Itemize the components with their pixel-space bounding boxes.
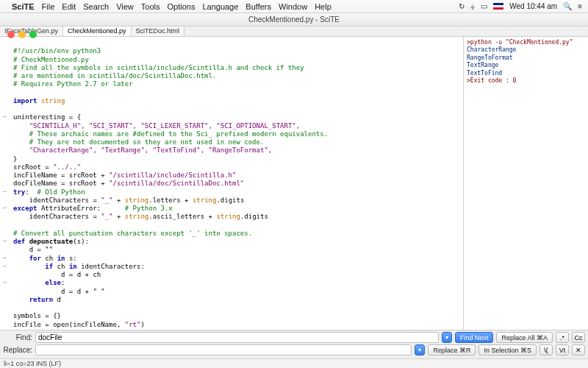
menu-edit[interactable]: Edit <box>62 2 76 11</box>
spotlight-icon[interactable]: 🔍 <box>563 2 572 10</box>
find-label: Find: <box>3 333 32 342</box>
fold-marker[interactable]: – <box>3 188 7 196</box>
menu-extra-icon[interactable]: ≡ <box>578 2 582 10</box>
fold-marker[interactable]: – <box>3 263 7 270</box>
replace-button[interactable]: Replace ⌘R <box>428 344 476 355</box>
escape-toggle[interactable]: \( <box>539 344 553 355</box>
code-editor[interactable]: #!/usr/bin/env python3 # CheckMentioned.… <box>0 37 463 330</box>
menu-options[interactable]: Options <box>167 2 195 11</box>
zoom-window-button[interactable] <box>29 31 37 38</box>
replace-all-button[interactable]: Replace All ⌘A <box>496 332 553 343</box>
replace-label: Replace: <box>3 346 32 354</box>
find-input[interactable] <box>35 332 439 343</box>
sync-icon[interactable]: ↻ <box>459 2 465 10</box>
fold-marker[interactable]: – <box>3 279 7 286</box>
tab-checkmentioned[interactable]: CheckMentioned.py <box>63 26 132 36</box>
menu-buffers[interactable]: Buffers <box>245 2 271 11</box>
menu-tools[interactable]: Tools <box>141 2 160 11</box>
flag-icon[interactable] <box>493 3 503 10</box>
output-line: TextRange <box>467 62 585 69</box>
menu-search[interactable]: Search <box>83 2 109 11</box>
app-name[interactable]: SciTE <box>12 2 35 11</box>
close-window-button[interactable] <box>7 31 15 38</box>
fold-marker[interactable]: – <box>3 329 7 330</box>
main-area: #!/usr/bin/env python3 # CheckMentioned.… <box>0 37 588 330</box>
find-next-button[interactable]: Find Next <box>455 332 494 343</box>
minimize-window-button[interactable] <box>18 31 26 38</box>
in-selection-button[interactable]: In Selection ⌘S <box>478 344 537 355</box>
battery-icon[interactable]: ▭ <box>481 2 487 10</box>
menu-help[interactable]: Help <box>315 2 331 11</box>
case-toggle[interactable]: Cc <box>572 332 585 343</box>
clock[interactable]: Wed 10:44 am <box>509 2 557 10</box>
fold-marker[interactable]: – <box>3 255 7 262</box>
window-title: CheckMentioned.py - SciTE <box>248 15 340 24</box>
replace-history-dropdown[interactable]: ▾ <box>415 344 425 355</box>
macos-menubar: SciTE File Edit Search View Tools Option… <box>0 0 588 13</box>
menu-file[interactable]: File <box>42 2 55 11</box>
window-titlebar: CheckMentioned.py - SciTE <box>0 13 588 26</box>
fold-marker[interactable]: – <box>3 205 7 212</box>
fold-marker[interactable]: – <box>3 113 7 121</box>
menu-view[interactable]: View <box>116 2 134 11</box>
status-bar: li=1 co=23 INS (LF) <box>0 358 588 368</box>
output-line: CharacterRange <box>467 46 585 54</box>
wifi-icon[interactable]: ⏚ <box>470 2 475 10</box>
output-line: TextToFind <box>467 70 585 77</box>
menu-language[interactable]: Language <box>202 2 238 11</box>
output-command: >python -u "CheckMentioned.py" <box>467 39 585 46</box>
find-history-dropdown[interactable]: ▾ <box>442 332 452 343</box>
file-tabs: IFaceTableGen.py CheckMentioned.py SciTE… <box>0 26 588 37</box>
output-line: RangeToFormat <box>467 54 585 62</box>
wrap-toggle[interactable]: Vt <box>556 344 569 355</box>
find-replace-bar: Find: ▾ Find Next Replace All ⌘A .* Cc R… <box>0 330 588 358</box>
regex-toggle[interactable]: .* <box>556 332 569 343</box>
output-exit: >Exit code : 0 <box>467 77 585 85</box>
tab-scitedoc[interactable]: SciTEDoc.html <box>132 26 185 36</box>
replace-input[interactable] <box>35 344 412 355</box>
menu-window[interactable]: Window <box>279 2 307 11</box>
fold-marker[interactable]: – <box>3 238 7 245</box>
status-text: li=1 co=23 INS (LF) <box>4 360 61 367</box>
output-pane[interactable]: >python -u "CheckMentioned.py" Character… <box>463 37 588 330</box>
close-findbar-button[interactable]: ✕ <box>572 344 585 355</box>
